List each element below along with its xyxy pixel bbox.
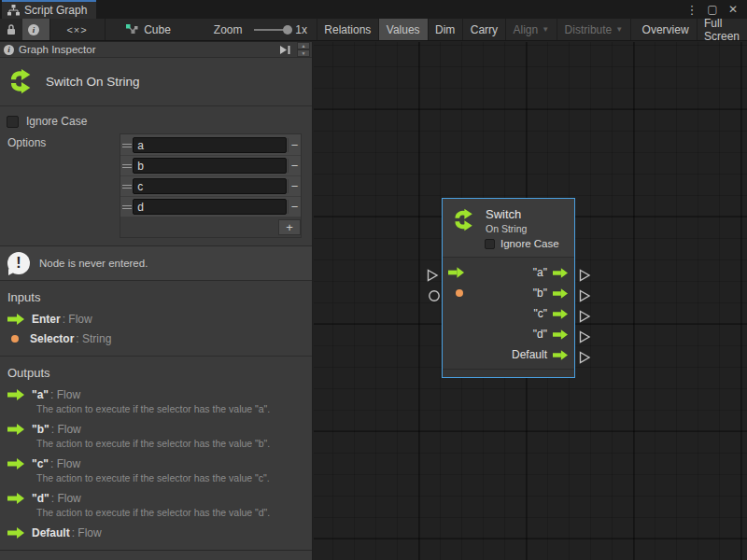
output-row-default: Default: Flow (0, 522, 312, 541)
chevron-down-icon: ▼ (615, 25, 623, 34)
selector-connection-handle[interactable] (428, 289, 441, 302)
toolbar-button-distribute[interactable]: Distribute▼ (557, 19, 631, 40)
flow-port-icon (7, 424, 24, 435)
node-footer (443, 369, 574, 377)
node-output-port-d[interactable]: "d" (443, 324, 574, 344)
input-row-selector: Selector: String (0, 328, 312, 347)
toolbar-button-relations[interactable]: Relations (317, 19, 378, 40)
ignore-case-label: Ignore Case (26, 115, 87, 128)
output-row-c: "c": Flow The action to execute if the s… (0, 453, 312, 487)
option-input[interactable] (133, 137, 287, 153)
option-input[interactable] (133, 158, 287, 174)
output-description: The action to execute if the selector ha… (7, 470, 304, 485)
flow-port-icon (553, 350, 568, 360)
toolbar-button-dim[interactable]: Dim (428, 19, 462, 40)
graph-owner-label: Cube (144, 23, 171, 36)
switch-icon (451, 207, 476, 232)
toolbar-button-overview[interactable]: Overview (635, 19, 697, 40)
node-body: "a" "b" "c" "d" Default (443, 257, 574, 369)
remove-option-button[interactable]: − (288, 138, 301, 152)
scroll-spinner: ▲ ▼ (297, 42, 310, 57)
scroll-up-button[interactable]: ▲ (297, 42, 310, 49)
flow-port-icon (553, 288, 568, 299)
remove-option-button[interactable]: − (288, 200, 301, 214)
toolbar-button-align[interactable]: Align▼ (506, 19, 557, 40)
flow-port-icon (7, 458, 24, 469)
node-subtitle: On String (486, 223, 527, 234)
graph-inspector-panel: i Graph Inspector ▲ ▼ Switch On String I… (0, 42, 313, 560)
zoom-slider-handle[interactable] (283, 25, 292, 35)
node-inspector-title: Switch On String (46, 75, 140, 89)
toolbar-button-carry[interactable]: Carry (463, 19, 505, 40)
add-option-button[interactable]: + (278, 219, 301, 235)
node-output-port-c[interactable]: "c" (443, 303, 574, 324)
node-output-port-default[interactable]: Default (443, 344, 574, 365)
lock-button[interactable] (0, 19, 22, 40)
graph-owner-button[interactable]: Cube (105, 19, 180, 40)
close-icon[interactable]: ✕ (725, 1, 741, 18)
output-c-connection-handle[interactable] (579, 310, 591, 323)
flow-port-icon (7, 389, 24, 400)
option-row: − (120, 176, 301, 197)
drag-handle-icon[interactable] (120, 144, 133, 147)
warning-box: ! Node is never entered. (0, 245, 312, 281)
graph-inspector-title: Graph Inspector (19, 44, 95, 55)
node-ignore-case-checkbox[interactable] (485, 239, 495, 249)
output-d-connection-handle[interactable] (579, 330, 591, 343)
input-row-enter: Enter: Flow (0, 308, 312, 328)
edit-script-button[interactable]: <×> (49, 19, 104, 40)
options-list: − − − − + (120, 133, 302, 238)
drag-handle-icon[interactable] (120, 164, 133, 168)
output-b-connection-handle[interactable] (579, 289, 591, 302)
ignore-case-checkbox[interactable] (7, 116, 19, 128)
option-row: − (120, 135, 301, 156)
node-inspector-title-row: Switch On String (0, 58, 312, 105)
tab-script-graph[interactable]: Script Graph (2, 0, 96, 19)
output-row-d: "d": Flow The action to execute if the s… (0, 487, 312, 522)
window-menu-icon[interactable]: ⋮ (684, 1, 700, 18)
maximize-icon[interactable]: ▢ (704, 1, 721, 18)
flow-port-icon (553, 329, 568, 340)
flow-port-icon (7, 527, 24, 539)
warning-icon: ! (7, 252, 30, 274)
inspector-toggle-button[interactable]: i (22, 19, 49, 40)
node-ignore-case-label: Ignore Case (500, 238, 559, 249)
remove-option-button[interactable]: − (288, 159, 301, 173)
node-title: Switch (486, 207, 527, 221)
toolbar-button-fullscreen[interactable]: Full Screen (697, 19, 747, 40)
drag-handle-icon[interactable] (120, 205, 133, 209)
selector-port-icon[interactable] (456, 289, 463, 297)
outputs-header: Outputs (0, 357, 312, 384)
flow-port-icon (553, 309, 568, 319)
node-ignore-case-row: Ignore Case (485, 238, 569, 249)
dock-panel-button[interactable] (275, 45, 295, 55)
remove-option-button[interactable]: − (288, 179, 301, 193)
tab-bar: Script Graph ⋮ ▢ ✕ (0, 0, 747, 19)
graph-canvas[interactable]: Switch On String Ignore Case "a" "b" (314, 42, 747, 560)
flow-port-icon (7, 493, 24, 504)
output-description: The action to execute if the selector ha… (7, 505, 304, 520)
divider (0, 550, 312, 551)
drag-handle-icon[interactable] (120, 185, 133, 189)
output-default-connection-handle[interactable] (579, 351, 591, 364)
enter-port-icon[interactable] (448, 267, 464, 278)
switch-icon (7, 67, 35, 95)
zoom-label: Zoom (180, 19, 250, 40)
node-header: Switch On String Ignore Case (443, 199, 574, 257)
scroll-down-button[interactable]: ▼ (297, 49, 310, 57)
option-input[interactable] (133, 178, 287, 194)
script-graph-window: Script Graph ⋮ ▢ ✕ i <×> (0, 0, 747, 560)
output-row-b: "b": Flow The action to execute if the s… (0, 418, 312, 453)
enter-connection-handle[interactable] (427, 269, 439, 282)
zoom-slider[interactable] (254, 29, 289, 31)
toolbar-button-values[interactable]: Values (379, 19, 428, 40)
switch-on-string-node[interactable]: Switch On String Ignore Case "a" "b" (442, 198, 575, 378)
flow-port-icon (7, 314, 24, 325)
add-option-row: + (120, 217, 301, 237)
code-icon: <×> (66, 24, 87, 35)
flow-port-icon (553, 268, 568, 278)
output-a-connection-handle[interactable] (579, 269, 591, 282)
option-input[interactable] (133, 199, 287, 215)
graph-inspector-header: i Graph Inspector ▲ ▼ (0, 42, 312, 58)
info-icon: i (28, 24, 39, 35)
